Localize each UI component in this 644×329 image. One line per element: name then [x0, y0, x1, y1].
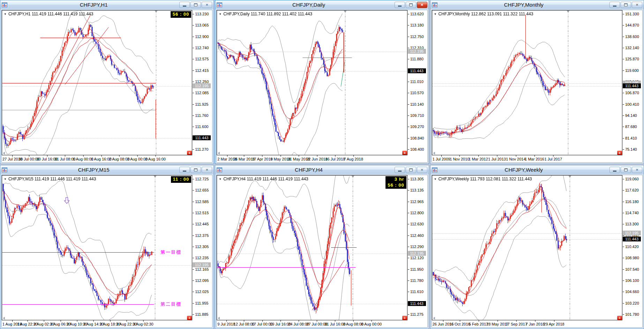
time-axis[interactable]: 9 Jul 201812 Jul 08:0017 Jul 00:0019 Jul…	[217, 320, 407, 327]
titlebar[interactable]: CHFJPY,Daily ×	[215, 0, 428, 9]
chart-window-icon[interactable]	[432, 167, 438, 172]
chart-plot[interactable]: ▼CHFJPY,H1 111.419 111.446 111.419 111.4…	[2, 10, 192, 155]
close-button[interactable]: ×	[632, 167, 642, 173]
price-axis-label: 108.400	[410, 147, 424, 151]
time-axis[interactable]: 1 Aug 20181 Aug 22:302 Aug 02:302 Aug 06…	[2, 320, 192, 327]
chart-window-icon[interactable]	[432, 2, 438, 7]
price-tag-gray: 112.195	[193, 262, 211, 267]
symbol-dropdown-icon[interactable]: ▼	[434, 13, 437, 16]
ohlc-readout[interactable]: ▼CHFJPY,Daily 111.740 111.892 111.402 11…	[219, 12, 312, 16]
restore-button[interactable]	[406, 2, 416, 8]
scroll-left-icon[interactable]	[433, 152, 435, 155]
minimize-button[interactable]	[179, 167, 190, 173]
time-axis-label: 17 Apr 2018	[252, 157, 272, 161]
target-label: 第二目標	[160, 301, 181, 307]
price-tag-black: 111.443	[193, 135, 211, 140]
chart-area: ▼CHFJPY,Weekly 111.793 112.081 111.322 1…	[432, 175, 643, 328]
titlebar[interactable]: CHFJPY,M15 ×	[0, 165, 214, 174]
titlebar[interactable]: CHFJPY,Monthly ×	[430, 0, 644, 9]
chart-area: ▼CHFJPY,H1 111.419 111.446 111.419 111.4…	[1, 10, 212, 163]
price-axis[interactable]: 113.620113.180112.750112.310111.880111.0…	[407, 10, 427, 155]
symbol-dropdown-icon[interactable]: ▼	[4, 178, 7, 181]
restore-button[interactable]	[190, 167, 201, 173]
chart-window-icon[interactable]	[2, 2, 8, 7]
price-chart-canvas[interactable]	[2, 10, 192, 155]
bar-timer: 3 hr56 : 00	[385, 176, 406, 189]
close-button[interactable]: ×	[202, 167, 212, 173]
close-button[interactable]: ×	[202, 2, 212, 8]
time-axis[interactable]: 2 Mar 201826 Mar 201817 Apr 20189 May 20…	[217, 155, 407, 162]
titlebar[interactable]: CHFJPY,Weekly ×	[430, 165, 644, 174]
symbol-dropdown-icon[interactable]: ▼	[434, 178, 437, 181]
time-axis-label: 19 Jul 16:00	[270, 322, 291, 326]
ohlc-readout[interactable]: ▼CHFJPY,M15 111.419 111.446 111.419 111.…	[4, 177, 96, 181]
time-axis-label: 1 Aug 00:00	[73, 157, 93, 161]
chart-plot[interactable]: ▼CHFJPY,M15 111.419 111.446 111.419 111.…	[2, 175, 192, 320]
scroll-left-icon[interactable]	[218, 317, 220, 320]
restore-button[interactable]	[621, 2, 631, 8]
price-axis-label: 112.460	[410, 233, 424, 238]
price-axis[interactable]: 113.230113.065112.900112.740112.575112.4…	[192, 10, 212, 155]
minimize-icon	[398, 171, 402, 172]
plus-button[interactable]: +	[402, 316, 407, 320]
chart-plot[interactable]: ▼CHFJPY,Weekly 111.793 112.081 111.322 1…	[432, 175, 622, 320]
symbol-dropdown-icon[interactable]: ▼	[4, 13, 7, 16]
scroll-left-icon[interactable]	[433, 317, 435, 320]
minimize-button[interactable]	[395, 2, 405, 8]
restore-button[interactable]	[190, 2, 201, 8]
chart-plot[interactable]: ▼CHFJPY,Monthly 112.862 113.091 111.322 …	[432, 10, 622, 155]
ohlc-readout[interactable]: ▼CHFJPY,H4 111.419 111.446 111.419 111.4…	[219, 177, 308, 181]
scroll-left-icon[interactable]	[218, 152, 220, 155]
price-axis-label: 112.725	[195, 177, 209, 181]
time-axis[interactable]: 1 Jul 20091 Nov 20101 Mar 20121 Jul 2013…	[432, 155, 622, 162]
plus-button[interactable]: +	[617, 151, 622, 155]
titlebar[interactable]: CHFJPY,H4 ×	[215, 165, 428, 174]
price-axis-label: 111.760	[195, 113, 208, 118]
minimize-button[interactable]	[179, 2, 190, 8]
time-axis-label: 3 Aug 08:00	[343, 322, 364, 326]
close-button[interactable]: ×	[417, 167, 427, 173]
chart-window-icon[interactable]	[217, 2, 223, 7]
minimize-button[interactable]	[609, 2, 620, 8]
minimize-button[interactable]	[395, 167, 405, 173]
time-axis[interactable]: 27 Jul 201830 Jul 00:0030 Jul 16:0031 Ju…	[2, 155, 192, 162]
plus-button[interactable]: +	[617, 316, 622, 320]
price-chart-canvas[interactable]	[217, 175, 407, 320]
minimize-icon	[398, 6, 402, 7]
price-tag-black: 111.443	[623, 83, 641, 88]
restore-button[interactable]	[406, 167, 416, 173]
price-axis[interactable]: 151.330144.870138.600132.140125.870119.6…	[622, 10, 642, 155]
chart-window-icon[interactable]	[2, 167, 8, 172]
price-axis-label: 112.095	[195, 278, 209, 283]
price-chart-canvas[interactable]	[432, 10, 622, 155]
minimize-button[interactable]	[609, 167, 620, 173]
ohlc-readout[interactable]: ▼CHFJPY,Weekly 111.793 112.081 111.322 1…	[434, 177, 532, 181]
window-title: CHFJPY,Monthly	[439, 2, 608, 8]
price-axis-label: 111.925	[195, 102, 208, 106]
scroll-left-icon[interactable]	[3, 152, 5, 155]
price-axis[interactable]: 113.305113.135112.965112.800112.630112.4…	[407, 175, 427, 320]
chart-plot[interactable]: ▼CHFJPY,H4 111.419 111.446 111.419 111.4…	[217, 175, 407, 320]
titlebar[interactable]: CHFJPY,H1 ×	[0, 0, 214, 9]
ohlc-readout[interactable]: ▼CHFJPY,Monthly 112.862 113.091 111.322 …	[434, 12, 533, 16]
symbol-dropdown-icon[interactable]: ▼	[219, 13, 222, 16]
close-button[interactable]: ×	[417, 2, 427, 8]
plus-button[interactable]: +	[187, 316, 192, 320]
time-axis[interactable]: 26 Jun 201616 Oct 20165 Feb 201728 May 2…	[432, 320, 622, 327]
ohlc-readout[interactable]: ▼CHFJPY,H1 111.419 111.446 111.419 111.4…	[4, 12, 93, 16]
price-axis[interactable]: 112.725112.655112.585112.515112.445112.3…	[192, 175, 212, 320]
time-axis-label: 1 Jul 2009	[433, 157, 450, 161]
price-chart-canvas[interactable]	[432, 175, 622, 320]
close-button[interactable]: ×	[632, 2, 642, 8]
price-axis-label: 110.140	[410, 102, 424, 106]
chart-plot[interactable]: ▼CHFJPY,Daily 111.740 111.892 111.402 11…	[217, 10, 407, 155]
price-chart-canvas[interactable]	[217, 10, 407, 155]
chart-window-icon[interactable]	[217, 167, 223, 172]
price-axis[interactable]: 119.060117.620116.180114.740113.300111.8…	[622, 175, 642, 320]
scroll-left-icon[interactable]	[3, 317, 5, 320]
plus-button[interactable]: +	[187, 151, 192, 155]
restore-button[interactable]	[621, 167, 631, 173]
symbol-dropdown-icon[interactable]: ▼	[219, 178, 222, 181]
price-chart-canvas[interactable]	[2, 175, 192, 320]
plus-button[interactable]: +	[402, 151, 407, 155]
